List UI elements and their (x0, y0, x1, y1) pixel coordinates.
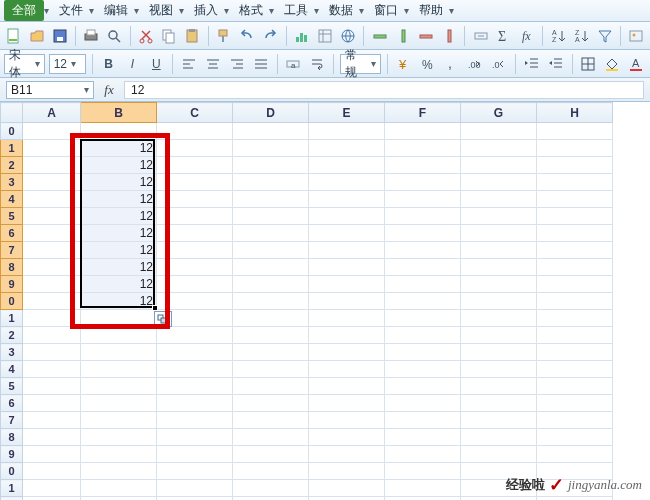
worksheet[interactable]: ABCDEFGH01122123124125126127128129120121… (0, 102, 650, 500)
cell[interactable] (157, 395, 233, 412)
font-name-combo[interactable]: 宋体▾ (4, 54, 45, 74)
filter-icon[interactable] (595, 25, 614, 47)
select-all-corner[interactable] (1, 103, 23, 123)
col-header-E[interactable]: E (309, 103, 385, 123)
cell[interactable] (385, 361, 461, 378)
cell[interactable] (233, 395, 309, 412)
row-header[interactable]: 8 (1, 429, 23, 446)
cell[interactable] (537, 429, 613, 446)
cell[interactable] (537, 412, 613, 429)
cell[interactable] (309, 497, 385, 501)
row-header[interactable]: 0 (1, 123, 23, 140)
row-header[interactable]: 9 (1, 446, 23, 463)
name-box[interactable]: B11 ▾ (6, 81, 94, 99)
row-header[interactable]: 6 (1, 395, 23, 412)
row-header[interactable]: 3 (1, 174, 23, 191)
cell[interactable] (81, 310, 157, 327)
cell[interactable] (157, 378, 233, 395)
cell[interactable] (157, 429, 233, 446)
sort-desc-icon[interactable]: ZA (572, 25, 591, 47)
cell[interactable] (537, 157, 613, 174)
cell[interactable] (81, 480, 157, 497)
open-icon[interactable] (27, 25, 46, 47)
cell[interactable] (233, 429, 309, 446)
fx-icon[interactable]: fx (100, 82, 118, 98)
menu-view[interactable]: 视图 (143, 0, 179, 21)
cell[interactable] (23, 191, 81, 208)
cell[interactable] (385, 259, 461, 276)
cell[interactable] (385, 140, 461, 157)
row-header[interactable]: 7 (1, 242, 23, 259)
comma-icon[interactable]: , (441, 53, 461, 75)
cell[interactable] (233, 191, 309, 208)
cell[interactable] (537, 446, 613, 463)
cell[interactable] (385, 378, 461, 395)
percent-icon[interactable]: % (418, 53, 438, 75)
cell[interactable] (537, 293, 613, 310)
cell[interactable] (309, 395, 385, 412)
cell[interactable] (461, 123, 537, 140)
cell[interactable] (385, 463, 461, 480)
save-icon[interactable] (50, 25, 69, 47)
cell[interactable] (23, 208, 81, 225)
col-header-G[interactable]: G (461, 103, 537, 123)
paste-icon[interactable] (183, 25, 202, 47)
cell[interactable] (81, 395, 157, 412)
cell[interactable] (461, 395, 537, 412)
cell[interactable] (309, 293, 385, 310)
wrap-text-icon[interactable] (307, 53, 327, 75)
row-header[interactable]: 5 (1, 208, 23, 225)
new-doc-icon[interactable] (4, 25, 23, 47)
cell[interactable] (385, 446, 461, 463)
row-header[interactable]: 5 (1, 378, 23, 395)
cell[interactable] (81, 446, 157, 463)
menu-help[interactable]: 帮助 (413, 0, 449, 21)
cell[interactable] (23, 157, 81, 174)
row-header[interactable]: 2 (1, 327, 23, 344)
cell[interactable] (23, 174, 81, 191)
cell[interactable] (537, 208, 613, 225)
cell[interactable] (157, 225, 233, 242)
cell[interactable] (23, 293, 81, 310)
cell[interactable] (309, 225, 385, 242)
cell[interactable] (385, 344, 461, 361)
font-size-combo[interactable]: 12▾ (49, 54, 86, 74)
cell[interactable] (233, 276, 309, 293)
cell[interactable] (537, 174, 613, 191)
chart-icon[interactable] (292, 25, 311, 47)
number-format-combo[interactable]: 常规▾ (340, 54, 381, 74)
row-header[interactable]: 7 (1, 412, 23, 429)
cell[interactable] (23, 480, 81, 497)
cell[interactable] (81, 344, 157, 361)
cell[interactable] (537, 140, 613, 157)
cell[interactable] (23, 395, 81, 412)
cell[interactable] (385, 242, 461, 259)
cell[interactable] (233, 259, 309, 276)
border-icon[interactable] (579, 53, 599, 75)
cell[interactable] (23, 259, 81, 276)
cell[interactable] (157, 140, 233, 157)
cell[interactable] (309, 429, 385, 446)
cell[interactable] (537, 123, 613, 140)
col-header-A[interactable]: A (23, 103, 81, 123)
cell[interactable] (233, 140, 309, 157)
cell[interactable] (81, 361, 157, 378)
cell[interactable]: 12 (81, 140, 157, 157)
cell[interactable] (81, 497, 157, 501)
col-header-F[interactable]: F (385, 103, 461, 123)
cell[interactable] (537, 276, 613, 293)
menu-all[interactable]: 全部 (4, 0, 44, 21)
align-right-icon[interactable] (227, 53, 247, 75)
function-icon[interactable]: fx (517, 25, 536, 47)
row-header[interactable]: 0 (1, 463, 23, 480)
cell[interactable] (309, 463, 385, 480)
cell[interactable] (309, 174, 385, 191)
cell[interactable] (23, 140, 81, 157)
cell[interactable] (233, 225, 309, 242)
cell[interactable] (23, 378, 81, 395)
format-painter-icon[interactable] (215, 25, 234, 47)
cell[interactable] (233, 361, 309, 378)
cell[interactable] (537, 242, 613, 259)
cell[interactable] (309, 446, 385, 463)
cell[interactable] (461, 157, 537, 174)
